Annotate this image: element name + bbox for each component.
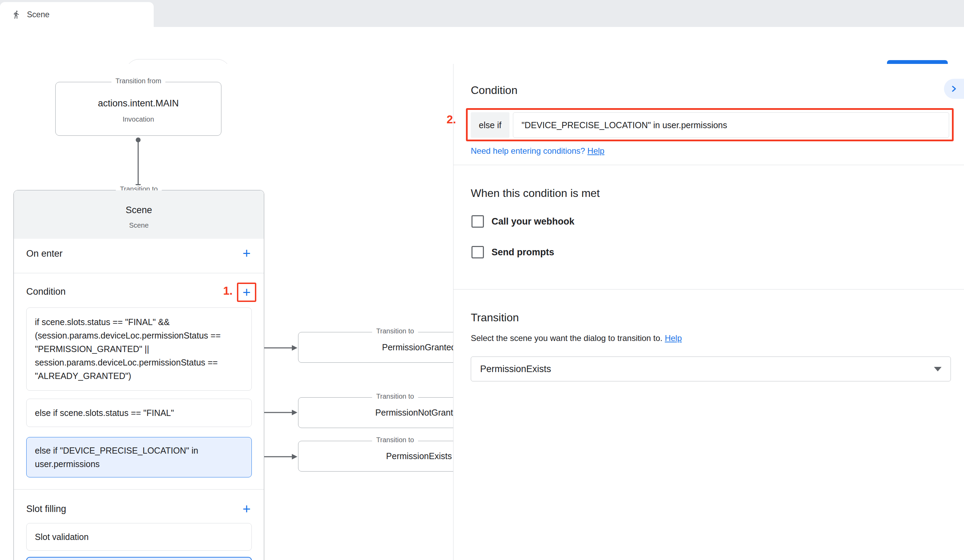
divider: [454, 289, 964, 290]
divider: [454, 165, 964, 165]
webhook-checkbox[interactable]: [471, 215, 484, 228]
annotation-step-2: 2.: [446, 113, 456, 126]
selected-scene-label: PermissionExists: [480, 364, 934, 374]
add-condition-annotation: +: [237, 283, 256, 302]
tab-label: Scene: [27, 10, 49, 20]
slot-validation-label: Slot validation: [35, 530, 89, 544]
on-enter-label: On enter: [26, 248, 62, 259]
webhook-row: Call your webhook: [471, 215, 575, 228]
scene-name: Scene: [14, 205, 264, 216]
divider: [14, 273, 264, 273]
scene-tab[interactable]: Scene: [0, 2, 154, 27]
target-node-name: PermissionExists: [298, 441, 453, 471]
add-slot-button[interactable]: +: [238, 501, 255, 517]
condition-item[interactable]: else if scene.slots.status == "FINAL": [26, 399, 252, 427]
scene-card: Transition to Scene Scene On enter + Con…: [13, 190, 264, 560]
prompts-label: Send prompts: [492, 247, 554, 258]
scene-select[interactable]: PermissionExists: [471, 357, 951, 381]
panel-condition-title: Condition: [471, 84, 518, 97]
prompts-checkbox[interactable]: [471, 246, 484, 259]
target-node[interactable]: Transition to PermissionGranted: [298, 332, 453, 363]
condition-panel: Condition 2. else if Need help entering …: [453, 64, 964, 560]
transition-from-node[interactable]: Transition from actions.intent.MAIN Invo…: [55, 82, 221, 136]
flow-canvas: Transition from actions.intent.MAIN Invo…: [0, 64, 453, 560]
annotation-step-1: 1.: [223, 284, 233, 298]
target-node[interactable]: Transition to PermissionExists: [298, 441, 453, 472]
add-on-enter-button[interactable]: +: [238, 245, 255, 262]
condition-item-text: if scene.slots.status == "FINAL" && (ses…: [35, 317, 221, 381]
condition-item-text: else if scene.slots.status == "FINAL": [35, 406, 174, 420]
target-node[interactable]: Transition to PermissionNotGranted: [298, 397, 453, 428]
clipped-item[interactable]: [26, 557, 252, 560]
header: Scene English Cancel Save: [0, 27, 964, 64]
tab-strip: Scene: [0, 0, 964, 27]
condition-item[interactable]: if scene.slots.status == "FINAL" && (ses…: [26, 308, 252, 391]
target-node-name: PermissionGranted: [298, 332, 453, 362]
transition-subtitle-text: Select the scene you want the dialog to …: [471, 334, 665, 343]
select-caret-icon: [934, 367, 941, 371]
transition-from-label: Transition from: [111, 77, 165, 85]
transition-title: Transition: [471, 311, 519, 324]
when-condition-title: When this condition is met: [471, 187, 600, 200]
help-link[interactable]: Help: [588, 146, 604, 155]
condition-editor-row: else if: [471, 112, 949, 138]
scene-type: Scene: [14, 221, 264, 230]
else-if-chip: else if: [471, 112, 510, 138]
intent-type: Invocation: [55, 116, 221, 123]
scene-walk-icon: [12, 10, 21, 19]
intent-name: actions.intent.MAIN: [55, 98, 221, 109]
condition-item-text: else if "DEVICE_PRECISE_LOCATION" in use…: [35, 446, 198, 469]
collapse-panel-button[interactable]: [944, 79, 964, 99]
scene-card-header[interactable]: Scene Scene: [14, 190, 264, 239]
slot-filling-label: Slot filling: [26, 504, 66, 514]
help-prompt: Need help entering conditions?: [471, 146, 588, 155]
plus-icon: +: [243, 246, 251, 261]
add-condition-button[interactable]: +: [238, 284, 255, 301]
webhook-label: Call your webhook: [492, 216, 575, 227]
condition-section-label: Condition: [26, 287, 66, 297]
plus-icon: +: [243, 501, 251, 516]
plus-icon: +: [243, 285, 251, 300]
target-node-name: PermissionNotGranted: [298, 398, 453, 428]
chevron-right-icon: [949, 84, 959, 94]
condition-item-selected[interactable]: else if "DEVICE_PRECISE_LOCATION" in use…: [26, 437, 252, 477]
condition-input[interactable]: [513, 112, 949, 138]
prompts-row: Send prompts: [471, 246, 554, 259]
transition-subtitle: Select the scene you want the dialog to …: [471, 334, 682, 343]
help-text: Need help entering conditions? Help: [471, 146, 604, 156]
divider: [14, 489, 264, 490]
slot-validation-item[interactable]: Slot validation: [26, 523, 252, 551]
transition-help-link[interactable]: Help: [665, 334, 682, 343]
